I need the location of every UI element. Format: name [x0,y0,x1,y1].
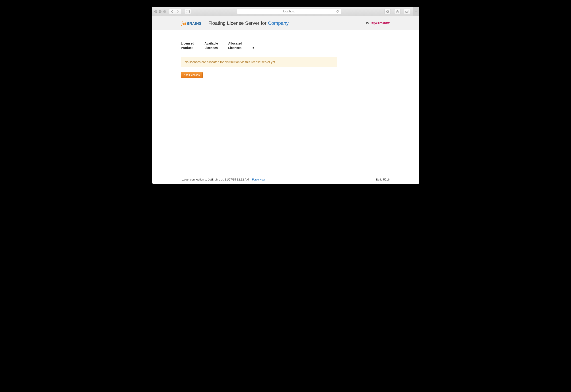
col-allocated-licenses: Allocated Licenses [228,42,253,52]
window-controls [154,10,166,13]
page-title: Floating License Server for Company [208,20,366,26]
latest-connection: Latest connection to JetBrains at: 11/27… [181,178,249,181]
server-id: ID: 5Q6UY09PET [366,22,390,25]
col-available-licenses: Available Licenses [204,42,228,52]
close-window-icon[interactable] [154,10,157,13]
id-value: 5Q6UY09PET [371,22,390,25]
title-prefix: Floating License Server for [208,20,268,26]
new-tab-button[interactable]: + [413,7,419,16]
browser-window: localhost + jetBRAINS [152,7,419,184]
build-number: Build 5516 [376,178,390,181]
tabs-button[interactable] [404,9,410,14]
jetbrains-logo: jetBRAINS [181,20,201,26]
content: Licensed Product Available Licenses Allo… [152,30,419,175]
sidebar-button[interactable] [185,9,191,14]
address-text: localhost [283,10,295,13]
empty-licenses-alert: No licenses are allocated for distributi… [181,57,337,67]
share-button[interactable] [394,9,400,14]
toolbar-right: + [383,9,417,14]
downloads-button[interactable] [385,9,391,14]
page-footer: Latest connection to JetBrains at: 11/27… [152,175,419,184]
company-link[interactable]: Company [268,20,289,26]
logo-brains: BRAINS [186,21,201,26]
force-now-link[interactable]: Force Now [252,178,265,181]
svg-rect-5 [406,11,408,13]
address-bar[interactable]: localhost [237,9,341,14]
id-label: ID: [366,22,370,25]
col-licensed-product: Licensed Product [181,42,205,52]
minimize-window-icon[interactable] [159,10,161,13]
forward-button[interactable] [175,9,181,14]
logo-jet: jet [181,20,186,26]
nav-buttons [169,9,181,14]
zoom-window-icon[interactable] [163,10,166,13]
svg-rect-0 [186,10,189,13]
page: jetBRAINS Floating License Server for Co… [152,16,419,184]
add-licenses-button[interactable]: Add Licenses [181,72,203,78]
reload-icon[interactable] [336,10,339,13]
page-header: jetBRAINS Floating License Server for Co… [152,16,419,30]
col-hash: # [253,42,259,52]
browser-toolbar: localhost + [152,7,419,16]
licenses-table: Licensed Product Available Licenses Allo… [181,42,260,52]
back-button[interactable] [169,9,175,14]
